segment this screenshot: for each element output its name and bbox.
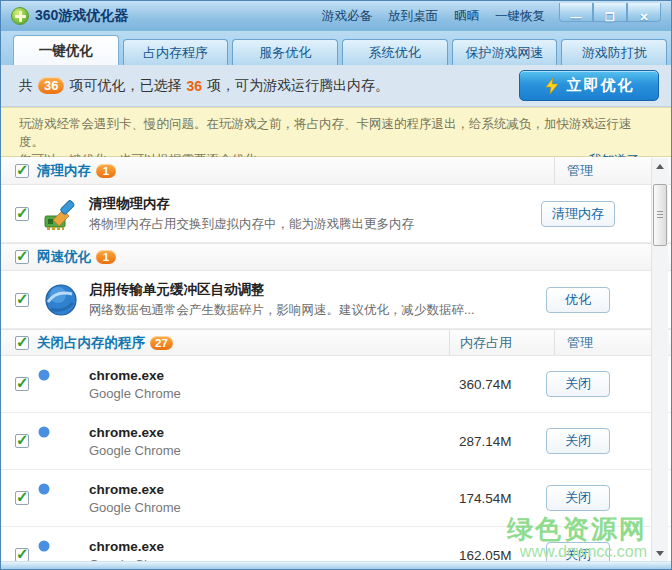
- network-section-checkbox[interactable]: [15, 250, 29, 264]
- process-vendor: Google Chrome: [89, 443, 181, 458]
- scrollbar-thumb[interactable]: [653, 184, 667, 246]
- summary-middle: 项可优化，已选择: [69, 77, 181, 95]
- globe-icon: [43, 282, 79, 318]
- process-memory: 287.14M: [459, 434, 512, 449]
- link-pin-to-desktop[interactable]: 放到桌面: [388, 8, 438, 25]
- process-name: chrome.exe: [89, 425, 181, 440]
- app-window: 360游戏优化器 游戏必备 放到桌面 晒晒 一键恢复 — ❐ ✕ 一键优化 占内…: [0, 0, 672, 570]
- close-button[interactable]: ✕: [627, 3, 661, 22]
- process-name: chrome.exe: [89, 368, 181, 383]
- tab-one-key-optimize[interactable]: 一键优化: [13, 35, 119, 65]
- process-checkbox[interactable]: [15, 434, 29, 448]
- memory-clean-section-checkbox[interactable]: [15, 164, 29, 178]
- programs-section-checkbox[interactable]: [15, 336, 29, 350]
- item-checkbox[interactable]: [15, 207, 29, 221]
- titlebar-links: 游戏必备 放到桌面 晒晒 一键恢复: [322, 8, 559, 25]
- section-title: 网速优化: [37, 248, 91, 266]
- lightning-icon: [544, 78, 560, 94]
- summary-suffix: 项，可为游戏运行腾出内存。: [207, 77, 389, 95]
- scroll-down-arrow-icon[interactable]: [652, 545, 668, 561]
- section-header-programs: 关闭占内存的程序 27 内存占用 管理: [1, 329, 671, 356]
- process-row: chrome.exe Google Chrome 360.74M 关闭: [1, 356, 671, 413]
- item-title: 启用传输单元缓冲区自动调整: [89, 281, 419, 299]
- process-vendor: Google Chrome: [89, 500, 181, 515]
- selected-count: 36: [186, 78, 202, 94]
- link-one-key-restore[interactable]: 一键恢复: [495, 8, 545, 25]
- item-description: 网络数据包通常会产生数据碎片，影响网速。建议优化，减少数据碎...: [89, 302, 419, 319]
- tab-protect-game-speed[interactable]: 保护游戏网速: [452, 39, 558, 65]
- section-count-badge: 27: [150, 336, 173, 350]
- chrome-icon: [43, 480, 79, 516]
- programs-manage-link[interactable]: 管理: [567, 334, 593, 352]
- section-title: 清理内存: [37, 162, 91, 180]
- section-header-network: 网速优化 1: [1, 243, 671, 271]
- maximize-button[interactable]: ❐: [593, 3, 627, 22]
- optimize-button[interactable]: 优化: [546, 287, 610, 313]
- link-game-essentials[interactable]: 游戏必备: [322, 8, 372, 25]
- window-bottom-edge: [1, 561, 671, 569]
- summary-prefix: 共: [19, 77, 33, 95]
- process-vendor: Google Chrome: [89, 386, 181, 401]
- item-title: 清理物理内存: [89, 195, 414, 213]
- process-checkbox[interactable]: [15, 377, 29, 391]
- chrome-icon: [43, 366, 79, 402]
- process-row: chrome.exe Google Chrome 174.54M 关闭: [1, 470, 671, 527]
- titlebar: 360游戏优化器 游戏必备 放到桌面 晒晒 一键恢复 — ❐ ✕: [1, 1, 671, 31]
- process-memory: 360.74M: [459, 377, 512, 392]
- app-title: 360游戏优化器: [35, 7, 128, 25]
- process-memory: 174.54M: [459, 491, 512, 506]
- item-description: 将物理内存占用交换到虚拟内存中，能为游戏腾出更多内存: [89, 216, 414, 233]
- scroll-up-arrow-icon[interactable]: [652, 158, 668, 174]
- total-count-badge: 36: [38, 77, 64, 94]
- tab-game-no-disturb[interactable]: 游戏防打扰: [561, 39, 667, 65]
- process-checkbox[interactable]: [15, 548, 29, 562]
- list-item-clean-physical-memory: 清理物理内存 将物理内存占用交换到虚拟内存中，能为游戏腾出更多内存 清理内存: [1, 185, 671, 243]
- tab-system-optimize[interactable]: 系统优化: [342, 39, 448, 65]
- process-name: chrome.exe: [89, 539, 181, 554]
- link-share[interactable]: 晒晒: [454, 8, 479, 25]
- tab-strip: 一键优化 占内存程序 服务优化 系统优化 保护游戏网速 游戏防打扰: [1, 31, 671, 65]
- memory-clean-manage-link[interactable]: 管理: [567, 162, 593, 180]
- close-process-button[interactable]: 关闭: [546, 371, 610, 397]
- section-header-memory-clean: 清理内存 1 管理: [1, 157, 671, 185]
- memory-brush-icon: [43, 196, 79, 232]
- section-title: 关闭占内存的程序: [37, 334, 145, 352]
- list-item-mtu-auto-tuning: 启用传输单元缓冲区自动调整 网络数据包通常会产生数据碎片，影响网速。建议优化，减…: [1, 271, 671, 329]
- close-process-button[interactable]: 关闭: [546, 428, 610, 454]
- tab-service-optimize[interactable]: 服务优化: [232, 39, 338, 65]
- notice-line1: 玩游戏经常会遇到卡、慢的问题。在玩游戏之前，将占内存、卡网速的程序退出，给系统减…: [19, 115, 655, 151]
- process-checkbox[interactable]: [15, 491, 29, 505]
- close-process-button[interactable]: 关闭: [546, 485, 610, 511]
- app-logo-icon: [11, 7, 29, 25]
- clean-memory-button[interactable]: 清理内存: [541, 201, 615, 227]
- section-count-badge: 1: [96, 250, 116, 264]
- window-controls: — ❐ ✕: [559, 11, 661, 22]
- item-checkbox[interactable]: [15, 293, 29, 307]
- process-row: chrome.exe Google Chrome 287.14M 关闭: [1, 413, 671, 470]
- section-count-badge: 1: [96, 164, 116, 178]
- optimization-list: 清理内存 1 管理 清理物理内存 将物理内存占用交换到虚拟内存中，能为游戏腾出更…: [1, 157, 671, 563]
- vertical-scrollbar[interactable]: [651, 158, 668, 561]
- column-header-memory-usage: 内存占用: [460, 334, 512, 352]
- summary-bar: 共 36 项可优化，已选择 36 项，可为游戏运行腾出内存。 立即优化: [1, 65, 671, 107]
- tab-memory-programs[interactable]: 占内存程序: [123, 39, 229, 65]
- chrome-icon: [43, 423, 79, 459]
- minimize-button[interactable]: —: [559, 3, 593, 22]
- optimize-now-button[interactable]: 立即优化: [519, 70, 659, 101]
- optimize-now-label: 立即优化: [567, 76, 635, 95]
- notice-banner: 玩游戏经常会遇到卡、慢的问题。在玩游戏之前，将占内存、卡网速的程序退出，给系统减…: [1, 107, 671, 157]
- process-name: chrome.exe: [89, 482, 181, 497]
